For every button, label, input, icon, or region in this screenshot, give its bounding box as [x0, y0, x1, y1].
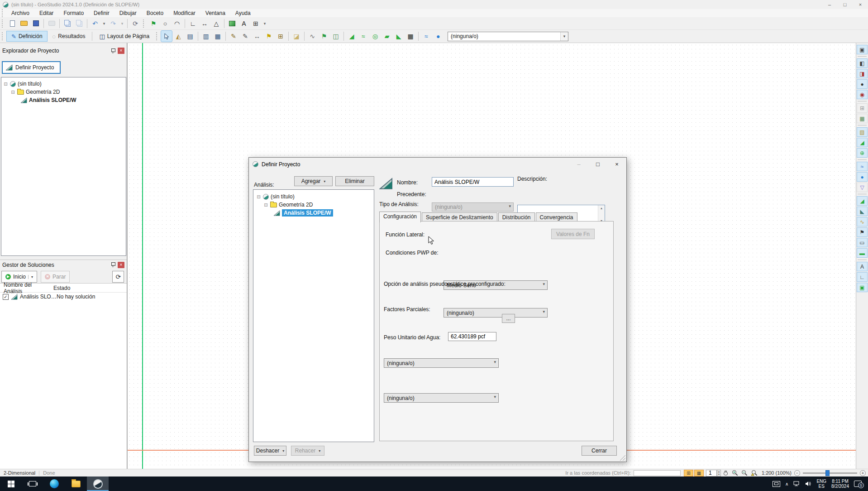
task-view-button[interactable] [22, 477, 43, 491]
dialog-close-button[interactable]: × [607, 158, 626, 171]
copy-button[interactable] [62, 18, 73, 29]
draw-pins-button[interactable]: ⚑ [263, 31, 274, 42]
toolbar-button[interactable] [127, 19, 128, 28]
save-button[interactable] [30, 18, 41, 29]
zoom-slider-thumb[interactable] [825, 470, 830, 476]
menu-definir[interactable]: Definir [89, 10, 114, 17]
paste-button[interactable] [74, 18, 85, 29]
view-image-button[interactable]: ▣ [857, 283, 868, 292]
tree-item-analysis[interactable]: Análisis SLOPE/W [3, 96, 126, 104]
file-explorer-taskbar-button[interactable] [65, 477, 87, 491]
toolbar-button[interactable] [224, 19, 224, 28]
rotate-view-button[interactable]: ⟳ [130, 18, 141, 29]
zoom-objects-button[interactable]: ◭ [173, 31, 184, 42]
tab-configuracion[interactable]: Configuración [379, 212, 421, 222]
page-layout-button[interactable]: ◫ Layout de Página [94, 31, 154, 42]
page-spinner[interactable]: ▴▾ [717, 470, 721, 477]
zoom-in-button[interactable] [730, 470, 740, 477]
close-icon[interactable]: × [118, 262, 124, 268]
report-button[interactable]: ▦ [212, 31, 223, 42]
draw-points-button[interactable]: ⚑ [148, 18, 159, 29]
menu-boceto[interactable]: Boceto [142, 10, 168, 17]
mirror-button[interactable]: ◫ [330, 31, 341, 42]
slip-surface-button[interactable]: ◣ [393, 31, 404, 42]
menu-archivo[interactable]: Archivo [6, 10, 34, 17]
copy-page-button[interactable]: ▤ [185, 31, 196, 42]
widgets-icon[interactable] [773, 481, 780, 487]
view-toggle-button[interactable] [858, 260, 867, 260]
collapse-icon[interactable]: ⊟ [10, 90, 15, 95]
zoom-decrease-button[interactable]: − [794, 470, 800, 476]
view-toggle-button[interactable] [858, 125, 867, 125]
collapse-icon[interactable]: ⊟ [256, 194, 261, 199]
view-water-region-button[interactable]: ● [857, 172, 868, 182]
view-sketch-button[interactable]: ▧ [857, 127, 868, 137]
language-indicator[interactable]: ENGES [816, 479, 826, 489]
zoom-out-button[interactable] [740, 470, 749, 477]
new-page-button[interactable]: ▥ [200, 31, 211, 42]
menu-ventana[interactable]: Ventana [200, 10, 230, 17]
analysis-selector-combo[interactable]: (ninguna/o) ▾ [448, 32, 568, 41]
pwp-combo[interactable]: (ninguna/o) ▾ [444, 308, 548, 318]
view-regions-button[interactable]: ◧ [857, 58, 868, 68]
table-dropdown[interactable]: ▾ [262, 18, 267, 29]
start-button[interactable] [0, 477, 22, 491]
resize-objects-button[interactable]: △ [211, 18, 222, 29]
close-icon[interactable]: × [118, 48, 124, 54]
results-mode-button[interactable]: ◌ Resultados [48, 31, 91, 42]
geostudio-taskbar-button[interactable] [87, 477, 109, 491]
menu-dibujar[interactable]: Dibujar [114, 10, 142, 17]
menu-modificar[interactable]: Modificar [168, 10, 200, 17]
view-slope-button[interactable]: ◢ [857, 138, 868, 147]
insert-table-button[interactable]: ⊞ [250, 18, 261, 29]
solution-checkbox[interactable]: ✓ [3, 294, 9, 300]
view-slip-surface-button[interactable]: ◣ [857, 207, 868, 216]
toolbar-button[interactable] [143, 19, 146, 28]
redo-button[interactable]: ↷ [108, 18, 119, 29]
window-maximize-button[interactable]: □ [837, 0, 853, 9]
view-toggle-button[interactable] [858, 101, 867, 101]
insert-text-button[interactable]: A [238, 18, 249, 29]
add-points-button[interactable]: ⚑ [319, 31, 329, 42]
modify-regions-button[interactable]: ◪ [291, 31, 302, 42]
new-file-button[interactable] [7, 18, 18, 29]
close-dialog-button[interactable]: Cerrar [582, 446, 617, 456]
water-weight-input[interactable] [448, 332, 496, 341]
zoom-slider[interactable] [803, 472, 857, 474]
view-point-numbers-button[interactable]: ◉ [857, 90, 868, 99]
zoom-region-button[interactable] [749, 470, 759, 477]
define-project-button[interactable]: Definir Proyecto [2, 61, 61, 74]
toolbar-button[interactable] [185, 19, 185, 28]
sketch-objects-button[interactable]: ▣ [857, 45, 868, 54]
page-number-input[interactable] [706, 470, 717, 477]
draw-spline-button[interactable]: ∿ [307, 31, 318, 42]
slip-radius-button[interactable]: ◎ [370, 31, 381, 42]
toolbar-button[interactable] [59, 19, 60, 28]
draw-width-button[interactable]: ↔ [252, 31, 262, 42]
view-dims-button[interactable]: ▭ [857, 238, 868, 247]
mesh-button[interactable]: ▦ [405, 31, 416, 42]
dialog-maximize-button[interactable]: □ [588, 158, 607, 171]
view-water-table-button[interactable]: ▽ [857, 183, 868, 192]
view-layers-button[interactable]: ▬ [857, 248, 868, 258]
view-grid-button[interactable]: ⊞ [857, 103, 868, 113]
zoom-increase-button[interactable]: + [860, 470, 866, 476]
insert-image-button[interactable] [227, 18, 238, 29]
collapse-icon[interactable]: ⊟ [3, 82, 8, 87]
notification-center-icon[interactable]: 1 [854, 481, 862, 487]
pin-icon[interactable] [111, 262, 115, 267]
view-nodes-button[interactable]: ⊕ [857, 148, 868, 158]
refresh-solutions-button[interactable]: ⟳ [112, 271, 124, 283]
chevron-down-icon[interactable]: ▾ [28, 275, 33, 279]
edge-taskbar-button[interactable] [43, 477, 65, 491]
pan-tool-button[interactable] [721, 470, 730, 477]
partial-factors-more-button[interactable]: ... [502, 314, 515, 323]
slip-entry-exit-button[interactable]: ◢ [346, 31, 357, 42]
network-icon[interactable] [793, 481, 800, 486]
scroll-up-icon[interactable]: ▴ [601, 206, 602, 210]
draw-circle-button[interactable]: ○ [160, 18, 171, 29]
start-solve-button[interactable]: ▶ Inicio ▾ [1, 271, 37, 283]
move-objects-button[interactable]: ↔ [199, 18, 210, 29]
view-water-button[interactable]: ≈ [857, 162, 868, 171]
view-region-numbers-button[interactable]: ◨ [857, 69, 868, 78]
